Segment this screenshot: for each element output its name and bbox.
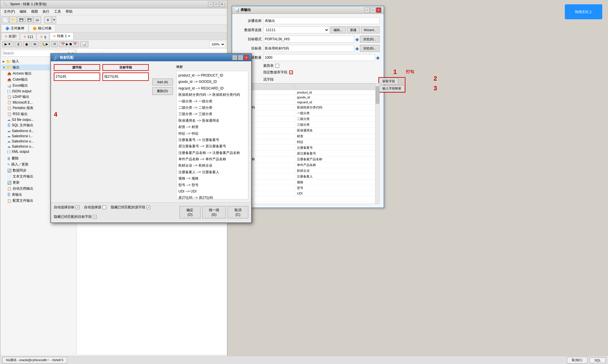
debug-btn[interactable]: 🐛▶ (40, 41, 50, 47)
input-mapping-btn[interactable]: 输入字段映射 (379, 85, 405, 92)
ok-btn[interactable]: 确定(O) (180, 206, 201, 218)
table-row[interactable]: 规格 (237, 180, 379, 185)
layers-btn[interactable]: ≡ (44, 16, 52, 23)
target-table-input[interactable] (263, 45, 354, 52)
db-edit-btn[interactable]: 编辑... (330, 26, 346, 33)
table-row[interactable]: 原27位码 (237, 196, 379, 202)
save-all-btn[interactable]: 💾 (26, 16, 33, 23)
table-row[interactable]: 类三级分类 (237, 122, 379, 128)
table-row[interactable]: 类一级分类 (237, 110, 379, 116)
mapping-item[interactable]: 规格 --> 规格 (178, 175, 247, 182)
guess-btn[interactable]: 猜一猜(G) (202, 206, 226, 218)
menu-tools[interactable]: 工具 (52, 9, 63, 15)
table-row[interactable]: 材分类代码医保耗材分类代码 (237, 105, 379, 110)
export-btn[interactable]: 🗂 (34, 16, 41, 23)
table-row[interactable]: 特征 (237, 139, 379, 145)
specify-db-checkbox[interactable]: ✓ (289, 70, 293, 74)
menu-file[interactable]: 文件(F) (1, 9, 17, 15)
hide-matched-target-label[interactable]: 隐藏已经匹配的目标字段 ✓ (54, 214, 97, 219)
mapping-item[interactable]: 原注册备案号 --> 原注册备案号 (178, 143, 247, 149)
mapping-item[interactable]: 单件产品名称 --> 单件产品名称 (178, 156, 247, 162)
menu-edit[interactable]: 编辑 (17, 9, 29, 15)
table-row[interactable]: 单件产品名称 (237, 162, 379, 168)
mapping-item[interactable]: 医保通用名 --> 医保通用名 (178, 117, 247, 124)
table-row[interactable]: 用名医保通用名 (237, 128, 379, 134)
table-row[interactable]: 案人注册备案人 (237, 174, 379, 180)
scrollbar-thumb[interactable] (376, 86, 379, 104)
menu-help[interactable]: 帮助 (63, 9, 75, 15)
target-field-box[interactable]: 现27位码 (102, 73, 149, 81)
mapping-item[interactable]: 特征 --> 特征 (178, 130, 247, 137)
mapping-item[interactable]: 注册备案人 --> 注册备案人 (178, 169, 247, 175)
mapping-item[interactable]: 注册备案产品名称 --> 注册备案产品名称 (178, 150, 247, 156)
tab-welcome[interactable]: ❊欢迎! (1, 33, 20, 40)
table-row[interactable]: 类二级分类 (237, 116, 379, 122)
table-row[interactable]: d_idregcard_id (237, 100, 379, 105)
menu-exec[interactable]: 执行 (40, 9, 52, 15)
mapping-item[interactable]: 注册备案号 --> 注册备案号 (178, 137, 247, 143)
auto-target-checkbox[interactable]: ✓ (76, 205, 79, 209)
preview-btn[interactable]: 👁 (31, 41, 39, 47)
table-row[interactable]: UDI (237, 191, 379, 196)
cancel-btn[interactable]: 取消(C) (228, 206, 248, 218)
scrollbar-v[interactable] (375, 83, 379, 204)
source-field-box[interactable]: 27位码 (54, 73, 100, 81)
delete-mapping-btn[interactable]: 删除(D) (152, 87, 173, 95)
table-row[interactable]: 备案号原注册备案号 (237, 151, 379, 157)
replay-btn[interactable]: ↺ (51, 41, 58, 47)
tab-transform1[interactable]: ❊转换 1 ✕ (50, 33, 73, 40)
submit-count-input[interactable] (263, 54, 375, 61)
table-row[interactable]: _idgoods_id (237, 95, 379, 100)
tab-q[interactable]: ❊q (37, 34, 49, 40)
new-file-btn[interactable]: 📄 (1, 16, 9, 23)
mapping-item[interactable]: regcard_id --> REGCARD_ID (178, 85, 247, 92)
table-row[interactable]: 业耗材企业 (237, 168, 379, 174)
tab-111[interactable]: ❊111 (20, 34, 36, 40)
bottom-sql-btn[interactable]: SQL (590, 357, 606, 363)
terminal-label[interactable]: his测试 - oracle@cyhicscsdb:~ - Xshell 5 (2, 357, 67, 363)
db-wizard-btn[interactable]: Wizard... (361, 26, 380, 33)
auto-select-source-label[interactable]: 自动选择源 (84, 205, 106, 210)
zoom-select[interactable]: 100% 75% 150% (209, 41, 225, 47)
hide-target-checkbox[interactable]: ✓ (93, 215, 97, 219)
metrics-btn[interactable]: 📊 (80, 41, 88, 47)
mapping-item[interactable]: 原27位码 --> 原27位码 (178, 195, 247, 199)
close-btn[interactable]: ✕ (220, 2, 225, 7)
dialog-minimize-btn[interactable]: ─ (232, 55, 237, 60)
schedule-btns[interactable]: 📅 ▶ ⏹ 📅 (59, 41, 79, 47)
mapping-item[interactable]: 型号 --> 型号 (178, 182, 247, 188)
clip-table-checkbox[interactable] (275, 64, 279, 68)
dialog-close-btn[interactable]: ✕ (244, 55, 249, 60)
mapping-item[interactable]: 材质 --> 材质 (178, 124, 247, 130)
hide-matched-source-label[interactable]: 隐藏已经匹配的源字段 ✓ (111, 205, 150, 210)
auto-source-checkbox[interactable] (102, 205, 106, 209)
target-mode-input[interactable] (263, 36, 354, 43)
mapping-item[interactable]: product_id --> PRODUCT_ID (178, 72, 247, 79)
table-row[interactable]: 材质 (237, 134, 379, 139)
target-table-browse-btn[interactable]: 浏览(B)... (360, 45, 380, 52)
drag-button[interactable]: 拖拽至此上 (565, 4, 602, 19)
minimize-btn[interactable]: ─ (208, 2, 213, 7)
mapping-item[interactable]: 医保耗材分类代码 --> 医保耗材分类代码 (178, 92, 247, 98)
mapping-item[interactable]: 三级分类 --> 三级分类 (178, 111, 247, 117)
stop-btn[interactable]: ⏹ (23, 41, 30, 47)
mapping-item[interactable]: 一级分类 --> 一级分类 (178, 98, 247, 104)
add-mapping-btn[interactable]: Add (A) (152, 79, 173, 85)
panel-minimize-btn[interactable]: ─ (365, 7, 370, 13)
mapping-item[interactable]: 耗材企业 --> 耗材企业 (178, 162, 247, 169)
dialog-maximize-btn[interactable]: □ (238, 55, 243, 60)
step-name-input[interactable] (263, 17, 380, 24)
get-fields-btn[interactable]: 获取字段 (379, 78, 398, 85)
maximize-btn[interactable]: □ (214, 2, 219, 7)
mapping-item[interactable]: UDI --> UDI (178, 188, 247, 195)
dropdown-btn[interactable]: ▼ (52, 16, 56, 23)
core-object-tab[interactable]: 🔶核心对象 (29, 24, 56, 32)
mapping-item[interactable]: goods_id --> GOODS_ID (178, 79, 247, 85)
db-new-btn[interactable]: 新建 (347, 26, 360, 33)
bottom-cancel-btn[interactable]: 取消(C) (567, 357, 587, 363)
mapping-item[interactable]: 二级分类 --> 二级分类 (178, 104, 247, 111)
hide-source-checkbox[interactable]: ✓ (146, 205, 150, 209)
table-row[interactable]: 案号注册备案号 (237, 145, 379, 151)
target-mode-browse-btn[interactable]: 浏览(B)... (360, 36, 380, 43)
table-row[interactable]: 型号 (237, 185, 379, 191)
